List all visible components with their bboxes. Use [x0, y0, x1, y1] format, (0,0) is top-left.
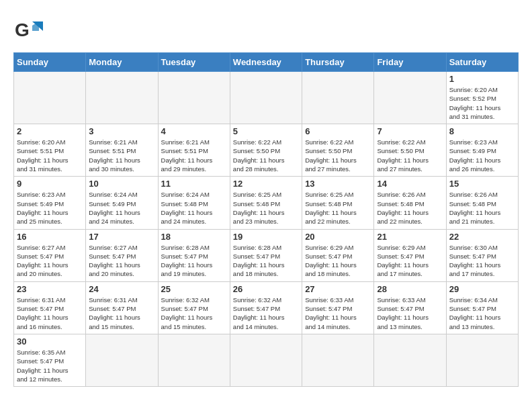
day-info: Sunrise: 6:24 AM Sunset: 5:49 PM Dayligh…	[89, 190, 154, 226]
calendar-cell: 4Sunrise: 6:21 AM Sunset: 5:51 PM Daylig…	[158, 124, 230, 177]
day-number: 24	[89, 284, 154, 294]
calendar-cell: 3Sunrise: 6:21 AM Sunset: 5:51 PM Daylig…	[86, 124, 158, 177]
week-row-5: 23Sunrise: 6:31 AM Sunset: 5:47 PM Dayli…	[14, 281, 519, 334]
calendar-cell: 11Sunrise: 6:24 AM Sunset: 5:48 PM Dayli…	[158, 177, 230, 229]
day-info: Sunrise: 6:31 AM Sunset: 5:47 PM Dayligh…	[89, 295, 154, 331]
day-number: 6	[305, 126, 371, 136]
day-number: 5	[233, 126, 299, 136]
calendar-cell: 20Sunrise: 6:29 AM Sunset: 5:47 PM Dayli…	[302, 229, 374, 281]
calendar-cell: 17Sunrise: 6:27 AM Sunset: 5:47 PM Dayli…	[86, 229, 158, 281]
weekday-header-thursday: Thursday	[302, 53, 374, 72]
calendar-cell	[374, 72, 446, 124]
day-number: 3	[89, 126, 154, 136]
calendar-cell: 15Sunrise: 6:26 AM Sunset: 5:48 PM Dayli…	[446, 177, 518, 229]
day-number: 25	[161, 284, 227, 294]
day-info: Sunrise: 6:27 AM Sunset: 5:47 PM Dayligh…	[17, 243, 83, 279]
day-number: 18	[161, 232, 227, 242]
page: G SundayMondayTuesdayWednesdayThursdayFr…	[0, 0, 532, 399]
calendar-cell	[302, 72, 374, 124]
day-info: Sunrise: 6:23 AM Sunset: 5:49 PM Dayligh…	[17, 190, 83, 226]
weekday-header-wednesday: Wednesday	[230, 53, 302, 72]
week-row-3: 9Sunrise: 6:23 AM Sunset: 5:49 PM Daylig…	[14, 177, 519, 229]
calendar-cell: 6Sunrise: 6:22 AM Sunset: 5:50 PM Daylig…	[302, 124, 374, 177]
day-info: Sunrise: 6:29 AM Sunset: 5:47 PM Dayligh…	[377, 243, 443, 279]
day-number: 12	[233, 179, 299, 189]
week-row-4: 16Sunrise: 6:27 AM Sunset: 5:47 PM Dayli…	[14, 229, 519, 281]
calendar-cell: 29Sunrise: 6:34 AM Sunset: 5:47 PM Dayli…	[446, 281, 518, 334]
week-row-1: 1Sunrise: 6:20 AM Sunset: 5:52 PM Daylig…	[14, 72, 519, 124]
logo-icon: G	[13, 16, 43, 46]
day-number: 28	[377, 284, 443, 294]
day-number: 17	[89, 232, 154, 242]
calendar-cell: 22Sunrise: 6:30 AM Sunset: 5:47 PM Dayli…	[446, 229, 518, 281]
day-number: 16	[17, 232, 83, 242]
calendar-cell	[158, 334, 230, 386]
weekday-header-friday: Friday	[374, 53, 446, 72]
calendar-cell: 19Sunrise: 6:28 AM Sunset: 5:47 PM Dayli…	[230, 229, 302, 281]
weekday-header-saturday: Saturday	[446, 53, 518, 72]
day-number: 30	[17, 336, 83, 347]
day-info: Sunrise: 6:21 AM Sunset: 5:51 PM Dayligh…	[89, 138, 154, 173]
calendar-cell: 23Sunrise: 6:31 AM Sunset: 5:47 PM Dayli…	[14, 281, 86, 334]
calendar-cell: 9Sunrise: 6:23 AM Sunset: 5:49 PM Daylig…	[14, 177, 86, 229]
day-number: 19	[233, 232, 299, 242]
day-info: Sunrise: 6:21 AM Sunset: 5:51 PM Dayligh…	[161, 138, 227, 173]
day-info: Sunrise: 6:20 AM Sunset: 5:51 PM Dayligh…	[17, 138, 83, 173]
calendar-cell	[302, 334, 374, 386]
calendar-cell: 25Sunrise: 6:32 AM Sunset: 5:47 PM Dayli…	[158, 281, 230, 334]
day-info: Sunrise: 6:32 AM Sunset: 5:47 PM Dayligh…	[161, 295, 227, 331]
day-info: Sunrise: 6:26 AM Sunset: 5:48 PM Dayligh…	[449, 190, 515, 226]
week-row-6: 30Sunrise: 6:35 AM Sunset: 5:47 PM Dayli…	[14, 334, 519, 386]
day-info: Sunrise: 6:24 AM Sunset: 5:48 PM Dayligh…	[161, 190, 227, 226]
calendar-cell: 26Sunrise: 6:32 AM Sunset: 5:47 PM Dayli…	[230, 281, 302, 334]
calendar-cell	[446, 334, 518, 386]
calendar-cell: 12Sunrise: 6:25 AM Sunset: 5:48 PM Dayli…	[230, 177, 302, 229]
calendar-cell: 30Sunrise: 6:35 AM Sunset: 5:47 PM Dayli…	[14, 334, 86, 386]
day-info: Sunrise: 6:29 AM Sunset: 5:47 PM Dayligh…	[305, 243, 371, 279]
calendar-cell: 14Sunrise: 6:26 AM Sunset: 5:48 PM Dayli…	[374, 177, 446, 229]
calendar-cell	[230, 334, 302, 386]
weekday-header-monday: Monday	[86, 53, 158, 72]
calendar-cell: 10Sunrise: 6:24 AM Sunset: 5:49 PM Dayli…	[86, 177, 158, 229]
calendar-cell: 5Sunrise: 6:22 AM Sunset: 5:50 PM Daylig…	[230, 124, 302, 177]
calendar-cell: 16Sunrise: 6:27 AM Sunset: 5:47 PM Dayli…	[14, 229, 86, 281]
day-info: Sunrise: 6:28 AM Sunset: 5:47 PM Dayligh…	[233, 243, 299, 279]
day-number: 2	[17, 126, 83, 136]
day-number: 27	[305, 284, 371, 294]
calendar-cell: 1Sunrise: 6:20 AM Sunset: 5:52 PM Daylig…	[446, 72, 518, 124]
header: G	[13, 12, 519, 46]
day-info: Sunrise: 6:31 AM Sunset: 5:47 PM Dayligh…	[17, 295, 83, 331]
calendar-cell: 28Sunrise: 6:33 AM Sunset: 5:47 PM Dayli…	[374, 281, 446, 334]
day-info: Sunrise: 6:22 AM Sunset: 5:50 PM Dayligh…	[233, 138, 299, 173]
day-number: 21	[377, 232, 443, 242]
day-number: 13	[305, 179, 371, 189]
weekday-header-sunday: Sunday	[14, 53, 86, 72]
day-info: Sunrise: 6:30 AM Sunset: 5:47 PM Dayligh…	[449, 243, 515, 279]
day-info: Sunrise: 6:25 AM Sunset: 5:48 PM Dayligh…	[233, 190, 299, 226]
day-number: 22	[449, 232, 515, 242]
day-info: Sunrise: 6:33 AM Sunset: 5:47 PM Dayligh…	[305, 295, 371, 331]
day-info: Sunrise: 6:33 AM Sunset: 5:47 PM Dayligh…	[377, 295, 443, 331]
calendar-cell	[158, 72, 230, 124]
calendar-cell: 18Sunrise: 6:28 AM Sunset: 5:47 PM Dayli…	[158, 229, 230, 281]
day-number: 1	[449, 74, 515, 84]
day-number: 8	[449, 126, 515, 136]
calendar-cell	[14, 72, 86, 124]
calendar-cell: 24Sunrise: 6:31 AM Sunset: 5:47 PM Dayli…	[86, 281, 158, 334]
week-row-2: 2Sunrise: 6:20 AM Sunset: 5:51 PM Daylig…	[14, 124, 519, 177]
svg-text:G: G	[15, 19, 30, 40]
day-number: 4	[161, 126, 227, 136]
calendar-cell	[230, 72, 302, 124]
day-info: Sunrise: 6:20 AM Sunset: 5:52 PM Dayligh…	[449, 85, 515, 121]
day-info: Sunrise: 6:34 AM Sunset: 5:47 PM Dayligh…	[449, 295, 515, 331]
calendar-cell: 7Sunrise: 6:22 AM Sunset: 5:50 PM Daylig…	[374, 124, 446, 177]
day-info: Sunrise: 6:23 AM Sunset: 5:49 PM Dayligh…	[449, 138, 515, 173]
day-number: 15	[449, 179, 515, 189]
calendar-cell: 13Sunrise: 6:25 AM Sunset: 5:48 PM Dayli…	[302, 177, 374, 229]
day-info: Sunrise: 6:25 AM Sunset: 5:48 PM Dayligh…	[305, 190, 371, 226]
day-info: Sunrise: 6:22 AM Sunset: 5:50 PM Dayligh…	[305, 138, 371, 173]
day-info: Sunrise: 6:28 AM Sunset: 5:47 PM Dayligh…	[161, 243, 227, 279]
day-number: 20	[305, 232, 371, 242]
day-info: Sunrise: 6:22 AM Sunset: 5:50 PM Dayligh…	[377, 138, 443, 173]
day-number: 11	[161, 179, 227, 189]
